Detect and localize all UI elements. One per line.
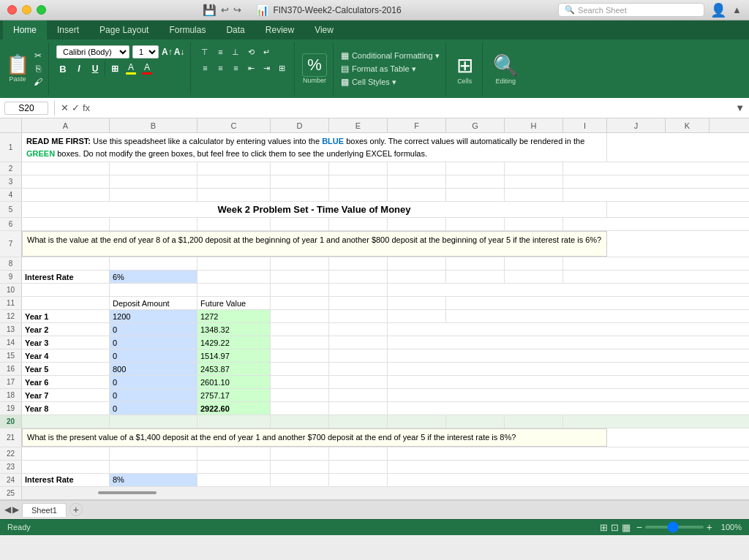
cell-a8[interactable] [22,257,110,270]
bold-button[interactable]: B [56,62,69,75]
cell-c8[interactable] [197,257,271,270]
cut-button[interactable]: ✂ [34,50,42,61]
text-direction-button[interactable]: ⟲ [244,45,257,58]
underline-button[interactable]: U [89,62,102,75]
cell-a12[interactable]: Year 1 [22,310,110,322]
cell-a3[interactable] [22,175,110,188]
undo-icon[interactable]: ↩ [221,4,229,15]
increase-font-button[interactable]: A↑ [162,47,173,57]
cell-e9[interactable] [329,270,388,283]
cell-d19[interactable] [271,402,329,415]
cell-b9-value[interactable]: 6% [110,270,197,283]
cell-e4[interactable] [329,189,388,201]
font-face-select[interactable]: Calibri (Body) [56,45,129,58]
cell-e2[interactable] [329,162,388,175]
cell-b15[interactable]: 0 [110,349,197,362]
cell-e18[interactable] [329,389,388,401]
cell-b16[interactable]: 800 [110,363,197,375]
cell-d23[interactable] [271,461,329,473]
col-header-b[interactable]: B [110,118,197,132]
cell-c14[interactable]: 1429.22 [197,336,271,349]
sheet-tab-1[interactable]: Sheet1 [22,503,67,517]
align-left-button[interactable]: ≡ [198,61,211,75]
prev-sheet-button[interactable]: ◀ [4,504,11,515]
cell-e3[interactable] [329,175,388,188]
cell-c3[interactable] [197,175,271,188]
cell-c9[interactable] [197,270,271,283]
align-right-button[interactable]: ≡ [229,61,242,75]
collapse-icon[interactable]: ▲ [732,4,742,15]
formula-expand-icon[interactable]: ▼ [735,102,745,113]
zoom-slider[interactable] [645,526,704,529]
cell-e11[interactable] [329,297,388,309]
zoom-out-button[interactable]: − [636,521,642,533]
cell-d14[interactable] [271,336,329,349]
horizontal-scrollbar[interactable] [98,491,157,494]
maximize-button[interactable] [37,5,46,15]
increase-indent-button[interactable]: ⇥ [260,61,273,75]
cell-e12[interactable] [329,310,388,322]
cell-d9[interactable] [271,270,329,283]
cell-h4[interactable] [505,189,563,201]
cell-reference-input[interactable] [4,102,48,115]
align-center-button[interactable]: ≡ [214,61,227,75]
cell-f9[interactable] [388,270,446,283]
cell-c22[interactable] [197,447,271,460]
cell-d18[interactable] [271,389,329,401]
cell-c17[interactable]: 2601.10 [197,376,271,388]
decrease-font-button[interactable]: A↓ [174,47,185,57]
next-sheet-button[interactable]: ▶ [12,504,19,515]
cell-d20[interactable] [271,415,329,428]
col-header-f[interactable]: F [388,118,446,132]
cell-e19[interactable] [329,402,388,415]
cell-a11[interactable] [22,297,110,309]
minimize-button[interactable] [22,5,31,15]
fill-color-button[interactable]: A [124,62,138,75]
cell-e6[interactable] [329,218,388,230]
cell-d16[interactable] [271,363,329,375]
tab-view[interactable]: View [304,20,344,39]
cell-a17[interactable]: Year 6 [22,376,110,388]
align-top-button[interactable]: ⊤ [198,45,211,58]
cell-e14[interactable] [329,336,388,349]
cell-c12[interactable]: 1272 [197,310,271,322]
user-icon[interactable]: 👤 [710,2,726,18]
confirm-formula-button[interactable]: ✓ [72,102,80,113]
save-icon[interactable]: 💾 [203,4,217,17]
cell-d8[interactable] [271,257,329,270]
cell-b6[interactable] [110,218,197,230]
cell-b8[interactable] [110,257,197,270]
cell-d17[interactable] [271,376,329,388]
cell-a19[interactable]: Year 8 [22,402,110,415]
col-header-a[interactable]: A [22,118,110,132]
cell-c18[interactable]: 2757.17 [197,389,271,401]
cell-e13[interactable] [329,323,388,336]
cell-f2[interactable] [388,162,446,175]
add-sheet-button[interactable]: + [69,503,83,516]
col-header-h[interactable]: H [505,118,563,132]
cell-a20[interactable] [22,415,110,428]
cell-b13[interactable]: 0 [110,323,197,336]
tab-page-layout[interactable]: Page Layout [89,20,159,39]
cell-e24[interactable] [329,474,388,486]
cell-c24[interactable] [197,474,271,486]
cell-a22[interactable] [22,447,110,460]
col-header-c[interactable]: C [197,118,271,132]
cell-h3[interactable] [505,175,563,188]
cell-h20[interactable] [505,415,563,428]
cell-b18[interactable]: 0 [110,389,197,401]
cell-b14[interactable]: 0 [110,336,197,349]
font-size-select[interactable]: 12 [132,45,159,58]
cell-c15[interactable]: 1514.97 [197,349,271,362]
cell-b4[interactable] [110,189,197,201]
cell-e16[interactable] [329,363,388,375]
cell-b19[interactable]: 0 [110,402,197,415]
cell-c19[interactable]: 2922.60 [197,402,271,415]
cell-styles-button[interactable]: ▩ Cell Styles ▾ [341,77,440,87]
cell-a4[interactable] [22,189,110,201]
cell-a24-label[interactable]: Interest Rate [22,474,110,486]
decrease-indent-button[interactable]: ⇤ [244,61,257,75]
cell-b23[interactable] [110,461,197,473]
cell-f4[interactable] [388,189,446,201]
col-header-e[interactable]: E [329,118,388,132]
